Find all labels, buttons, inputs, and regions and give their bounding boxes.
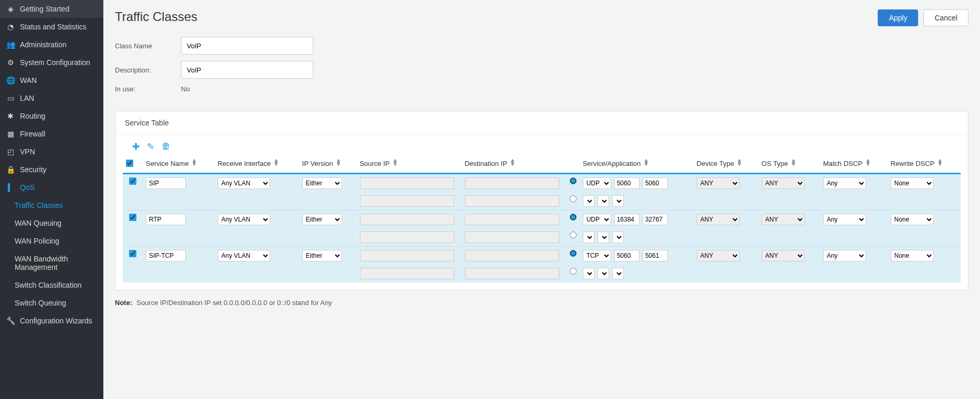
sidebar-item-system-config[interactable]: ⚙System Configuration bbox=[0, 54, 103, 71]
alt-select-2[interactable] bbox=[598, 232, 609, 243]
device-type-select[interactable]: ANY bbox=[697, 177, 740, 189]
cancel-button[interactable]: Cancel bbox=[923, 9, 968, 26]
source-ip-input[interactable] bbox=[360, 214, 454, 225]
service-radio-primary[interactable] bbox=[570, 250, 577, 257]
sidebar-item-routing[interactable]: ✱Routing bbox=[0, 107, 103, 125]
ip-version-select[interactable]: Either bbox=[302, 177, 342, 189]
port-to-input[interactable] bbox=[643, 250, 668, 261]
os-type-select[interactable]: ANY bbox=[762, 250, 805, 261]
sidebar-item-config-wizards[interactable]: 🔧Configuration Wizards bbox=[0, 312, 103, 330]
sidebar-item-firewall[interactable]: ▦Firewall bbox=[0, 125, 103, 143]
add-icon[interactable]: ✚ bbox=[132, 141, 140, 152]
port-to-input[interactable] bbox=[643, 214, 668, 225]
os-type-select[interactable]: ANY bbox=[762, 177, 805, 189]
ip-version-select[interactable]: Either bbox=[302, 214, 342, 225]
sidebar-sub-wan-bandwidth[interactable]: WAN Bandwidth Management bbox=[0, 250, 103, 276]
sidebar-sub-switch-queuing[interactable]: Switch Queuing bbox=[0, 294, 103, 312]
os-type-select[interactable]: ANY bbox=[762, 214, 805, 225]
edit-icon[interactable]: ✎ bbox=[147, 141, 154, 152]
col-match-dscp[interactable]: Match DSCP▲▼ bbox=[820, 154, 888, 174]
receive-interface-select[interactable]: Any VLAN bbox=[218, 214, 270, 225]
source-ip-input[interactable] bbox=[360, 250, 454, 261]
sidebar-item-qos[interactable]: ▍QoS bbox=[0, 178, 103, 196]
sidebar-sub-switch-classification[interactable]: Switch Classification bbox=[0, 276, 103, 294]
source-ip-input-2[interactable] bbox=[360, 268, 454, 279]
service-radio-primary[interactable] bbox=[570, 177, 577, 184]
service-name-input[interactable] bbox=[146, 214, 186, 225]
sidebar-sub-wan-queuing[interactable]: WAN Queuing bbox=[0, 214, 103, 232]
sidebar-sub-traffic-classes[interactable]: Traffic Classes bbox=[0, 196, 103, 214]
source-ip-input-2[interactable] bbox=[360, 195, 454, 207]
receive-interface-select[interactable]: Any VLAN bbox=[218, 250, 270, 261]
source-ip-input[interactable] bbox=[360, 177, 454, 189]
destination-ip-input[interactable] bbox=[465, 250, 559, 261]
service-radio-secondary[interactable] bbox=[570, 195, 577, 202]
destination-ip-input[interactable] bbox=[465, 177, 559, 189]
service-radio-primary[interactable] bbox=[570, 214, 577, 220]
piechart-icon: ◔ bbox=[6, 23, 15, 31]
match-dscp-select[interactable]: Any bbox=[823, 177, 866, 189]
destination-ip-input[interactable] bbox=[465, 214, 559, 225]
alt-select-1[interactable] bbox=[583, 268, 594, 279]
sidebar-item-administration[interactable]: 👥Administration bbox=[0, 36, 103, 54]
port-from-input[interactable] bbox=[614, 214, 640, 225]
sidebar-item-security[interactable]: 🔒Security bbox=[0, 161, 103, 178]
service-table: Service Name▲▼ Receive Interface▲▼ IP Ve… bbox=[123, 154, 961, 282]
alt-select-1[interactable] bbox=[583, 232, 594, 243]
lock-icon: 🔒 bbox=[6, 165, 15, 174]
sidebar-item-status[interactable]: ◔Status and Statistics bbox=[0, 18, 103, 36]
header-buttons: Apply Cancel bbox=[878, 9, 968, 26]
alt-select-3[interactable] bbox=[612, 195, 624, 207]
alt-select-2[interactable] bbox=[598, 195, 609, 207]
sidebar-sub-wan-policing[interactable]: WAN Policing bbox=[0, 232, 103, 250]
sidebar-item-wan[interactable]: 🌐WAN bbox=[0, 71, 103, 89]
row-checkbox[interactable] bbox=[129, 214, 136, 221]
protocol-select[interactable]: UDP bbox=[583, 214, 611, 225]
device-type-select[interactable]: ANY bbox=[697, 250, 740, 261]
col-receive-interface[interactable]: Receive Interface▲▼ bbox=[215, 154, 299, 174]
row-checkbox[interactable] bbox=[129, 250, 136, 257]
alt-select-1[interactable] bbox=[583, 195, 594, 207]
destination-ip-input-2[interactable] bbox=[465, 232, 559, 243]
match-dscp-select[interactable]: Any bbox=[823, 214, 866, 225]
delete-icon[interactable]: 🗑 bbox=[162, 141, 171, 152]
ip-version-select[interactable]: Either bbox=[302, 250, 342, 261]
service-name-input[interactable] bbox=[146, 177, 186, 189]
col-device-type[interactable]: Device Type▲▼ bbox=[694, 154, 759, 174]
port-to-input[interactable] bbox=[643, 177, 668, 189]
col-destination-ip[interactable]: Destination IP▲▼ bbox=[462, 154, 567, 174]
rewrite-dscp-select[interactable]: None bbox=[891, 214, 934, 225]
col-source-ip[interactable]: Source IP▲▼ bbox=[357, 154, 462, 174]
row-checkbox[interactable] bbox=[129, 177, 136, 185]
sidebar-item-getting-started[interactable]: ◈Getting Started bbox=[0, 0, 103, 18]
port-from-input[interactable] bbox=[614, 250, 640, 261]
alt-select-3[interactable] bbox=[612, 268, 624, 279]
sidebar-item-lan[interactable]: ▭LAN bbox=[0, 89, 103, 107]
col-service-name[interactable]: Service Name▲▼ bbox=[143, 154, 215, 174]
col-service-app[interactable]: Service/Application▲▼ bbox=[580, 154, 694, 174]
description-input[interactable] bbox=[181, 61, 313, 79]
col-os-type[interactable]: OS Type▲▼ bbox=[759, 154, 820, 174]
destination-ip-input-2[interactable] bbox=[465, 268, 559, 279]
protocol-select[interactable]: UDP bbox=[583, 177, 611, 189]
rewrite-dscp-select[interactable]: None bbox=[891, 250, 934, 261]
service-radio-secondary[interactable] bbox=[570, 232, 577, 238]
apply-button[interactable]: Apply bbox=[878, 9, 918, 26]
receive-interface-select[interactable]: Any VLAN bbox=[218, 177, 270, 189]
alt-select-3[interactable] bbox=[612, 232, 624, 243]
port-from-input[interactable] bbox=[614, 177, 640, 189]
protocol-select[interactable]: TCP bbox=[583, 250, 611, 261]
destination-ip-input-2[interactable] bbox=[465, 195, 559, 207]
device-type-select[interactable]: ANY bbox=[697, 214, 740, 225]
class-name-input[interactable] bbox=[181, 37, 313, 55]
match-dscp-select[interactable]: Any bbox=[823, 250, 866, 261]
service-radio-secondary[interactable] bbox=[570, 268, 577, 275]
source-ip-input-2[interactable] bbox=[360, 232, 454, 243]
col-ip-version[interactable]: IP Version▲▼ bbox=[299, 154, 357, 174]
sidebar-item-vpn[interactable]: ◰VPN bbox=[0, 143, 103, 161]
col-rewrite-dscp[interactable]: Rewrite DSCP▲▼ bbox=[888, 154, 961, 174]
select-all-checkbox[interactable] bbox=[126, 160, 133, 167]
alt-select-2[interactable] bbox=[598, 268, 609, 279]
rewrite-dscp-select[interactable]: None bbox=[891, 177, 934, 189]
service-name-input[interactable] bbox=[146, 250, 186, 261]
